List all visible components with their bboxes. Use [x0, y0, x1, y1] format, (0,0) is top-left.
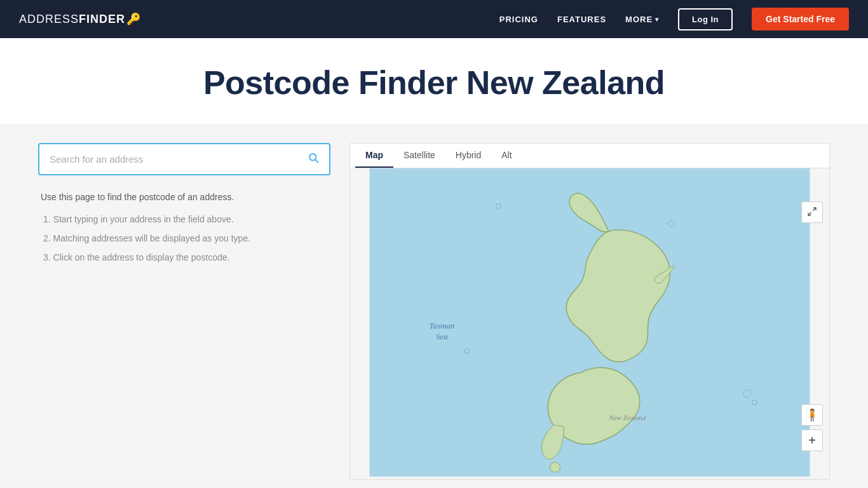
instruction-step-2: 2. Matching addresses will be displayed …: [41, 233, 328, 243]
logo-finder: FINDER: [79, 13, 125, 26]
map-tabs: Map Satellite Hybrid Alt: [350, 144, 829, 168]
map-area[interactable]: Tasman Sea New Zealand 🧍: [350, 168, 829, 477]
svg-text:Sea: Sea: [436, 332, 448, 341]
instructions-list: 1. Start typing in your address in the f…: [41, 214, 328, 262]
search-input[interactable]: [50, 154, 308, 165]
svg-text:Tasman: Tasman: [430, 322, 455, 330]
nav-features[interactable]: FEATURES: [557, 15, 606, 24]
search-box: [38, 143, 330, 175]
instruction-step-1: 1. Start typing in your address in the f…: [41, 214, 328, 224]
chevron-down-icon: ▾: [655, 16, 659, 23]
logo: ADDRESSFINDER🔑: [19, 12, 140, 26]
main-content: Use this page to find the postcode of an…: [0, 124, 868, 488]
get-started-button[interactable]: Get Started Free: [752, 8, 849, 30]
search-button[interactable]: [308, 152, 319, 166]
fullscreen-button[interactable]: [801, 201, 823, 223]
page-title: Postcode Finder New Zealand: [0, 64, 868, 102]
fullscreen-icon: [807, 207, 817, 219]
navbar: ADDRESSFINDER🔑 PRICING FEATURES MORE ▾ L…: [0, 0, 868, 38]
tab-map[interactable]: Map: [355, 144, 393, 168]
tab-satellite[interactable]: Satellite: [393, 144, 445, 168]
navbar-right: PRICING FEATURES MORE ▾ Log In Get Start…: [499, 8, 849, 30]
svg-point-3: [550, 462, 560, 472]
logo-icon: 🔑: [126, 12, 140, 26]
hero-section: Postcode Finder New Zealand: [0, 38, 868, 124]
zoom-in-icon: +: [808, 433, 816, 448]
tab-alt[interactable]: Alt: [491, 144, 522, 168]
instruction-step-3: 3. Click on the address to display the p…: [41, 252, 328, 262]
search-icon: [308, 153, 319, 166]
zoom-in-button[interactable]: +: [801, 430, 823, 451]
streetview-button[interactable]: 🧍: [801, 404, 823, 426]
logo-address: ADDRESS: [19, 13, 79, 26]
nav-pricing[interactable]: PRICING: [499, 15, 538, 24]
instructions-intro: Use this page to find the postcode of an…: [41, 191, 328, 204]
left-panel: Use this page to find the postcode of an…: [38, 143, 330, 271]
map-panel: Map Satellite Hybrid Alt: [349, 143, 830, 480]
svg-text:New Zealand: New Zealand: [609, 414, 646, 421]
tab-hybrid[interactable]: Hybrid: [445, 144, 491, 168]
login-button[interactable]: Log In: [678, 8, 733, 30]
svg-line-13: [808, 212, 811, 215]
svg-line-1: [315, 159, 318, 162]
person-icon: 🧍: [805, 408, 819, 422]
instructions: Use this page to find the postcode of an…: [38, 191, 330, 262]
svg-line-12: [813, 208, 816, 211]
nav-more[interactable]: MORE ▾: [625, 15, 659, 24]
